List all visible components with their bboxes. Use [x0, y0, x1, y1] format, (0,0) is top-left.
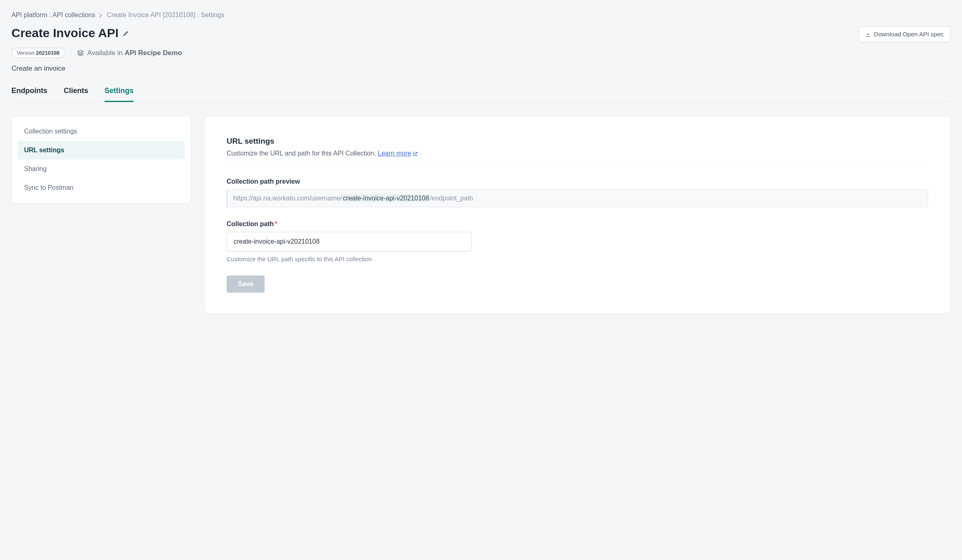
page-title: Create Invoice API: [11, 26, 118, 40]
collection-description: Create an invoice: [11, 64, 951, 73]
section-description: Customize the URL and path for this API …: [227, 150, 928, 157]
version-badge: Version 20210108: [11, 48, 65, 58]
sidebar-item-sharing[interactable]: Sharing: [18, 160, 185, 178]
edit-icon[interactable]: [122, 29, 129, 37]
save-button[interactable]: Save: [227, 276, 265, 293]
breadcrumb-current: Create Invoice API [20210108] : Settings: [107, 11, 224, 19]
collection-path-input[interactable]: [227, 232, 472, 251]
collection-path-preview: https://api.na.workato.com/username/crea…: [227, 189, 928, 207]
chevron-right-icon: [99, 11, 102, 19]
collection-path-label: Collection path*: [227, 220, 928, 228]
preview-label: Collection path preview: [227, 178, 928, 185]
tab-clients[interactable]: Clients: [64, 87, 88, 102]
tab-endpoints[interactable]: Endpoints: [11, 87, 47, 102]
url-settings-panel: URL settings Customize the URL and path …: [204, 116, 951, 313]
download-openapi-button[interactable]: Download Open API spec: [859, 26, 951, 42]
divider: [227, 165, 928, 166]
sidebar-item-url-settings[interactable]: URL settings: [18, 141, 185, 160]
tabs: Endpoints Clients Settings: [11, 87, 951, 102]
sidebar-item-sync-to-postman[interactable]: Sync to Postman: [18, 178, 185, 197]
collection-path-help: Customize the URL path specific to this …: [227, 256, 928, 262]
divider: [71, 49, 71, 58]
available-in: Available in API Recipe Demo: [77, 49, 182, 57]
section-title: URL settings: [227, 137, 928, 146]
learn-more-link[interactable]: Learn more: [378, 150, 418, 157]
download-icon: [866, 31, 871, 38]
layers-icon: [77, 49, 84, 57]
sidebar-item-collection-settings[interactable]: Collection settings: [18, 122, 185, 141]
download-openapi-label: Download Open API spec: [874, 31, 944, 38]
breadcrumb: API platform : API collections Create In…: [11, 11, 951, 19]
settings-sidebar: Collection settings URL settings Sharing…: [11, 116, 191, 203]
tab-settings[interactable]: Settings: [105, 87, 134, 102]
external-link-icon: [413, 150, 418, 157]
breadcrumb-root[interactable]: API platform : API collections: [11, 11, 95, 19]
